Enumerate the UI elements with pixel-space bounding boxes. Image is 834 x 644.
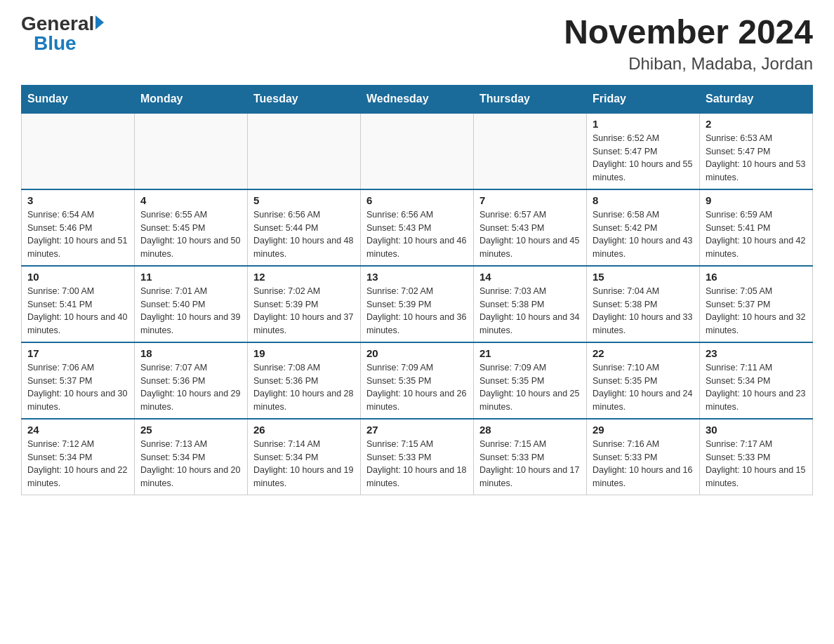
day-number: 2 bbox=[706, 118, 807, 130]
table-row: 6Sunrise: 6:56 AM Sunset: 5:43 PM Daylig… bbox=[361, 189, 474, 266]
day-info: Sunrise: 6:59 AM Sunset: 5:41 PM Dayligh… bbox=[706, 208, 807, 261]
calendar-subtitle: Dhiban, Madaba, Jordan bbox=[564, 54, 813, 74]
table-row: 20Sunrise: 7:09 AM Sunset: 5:35 PM Dayli… bbox=[361, 342, 474, 419]
logo: General Blue bbox=[21, 14, 104, 53]
table-row bbox=[361, 113, 474, 189]
table-row: 5Sunrise: 6:56 AM Sunset: 5:44 PM Daylig… bbox=[248, 189, 361, 266]
table-row bbox=[22, 113, 135, 189]
calendar-week-row: 24Sunrise: 7:12 AM Sunset: 5:34 PM Dayli… bbox=[22, 419, 813, 495]
table-row bbox=[135, 113, 248, 189]
day-number: 19 bbox=[253, 347, 355, 359]
day-info: Sunrise: 6:54 AM Sunset: 5:46 PM Dayligh… bbox=[27, 208, 128, 261]
day-number: 26 bbox=[253, 424, 355, 436]
table-row: 25Sunrise: 7:13 AM Sunset: 5:34 PM Dayli… bbox=[135, 419, 248, 495]
day-number: 12 bbox=[253, 271, 355, 283]
day-info: Sunrise: 6:58 AM Sunset: 5:42 PM Dayligh… bbox=[593, 208, 694, 261]
day-info: Sunrise: 7:16 AM Sunset: 5:33 PM Dayligh… bbox=[593, 438, 694, 490]
table-row: 19Sunrise: 7:08 AM Sunset: 5:36 PM Dayli… bbox=[248, 342, 361, 419]
title-block: November 2024 Dhiban, Madaba, Jordan bbox=[564, 14, 813, 74]
calendar-header-row: Sunday Monday Tuesday Wednesday Thursday… bbox=[22, 85, 813, 113]
day-info: Sunrise: 7:08 AM Sunset: 5:36 PM Dayligh… bbox=[253, 361, 355, 414]
table-row: 27Sunrise: 7:15 AM Sunset: 5:33 PM Dayli… bbox=[361, 419, 474, 495]
day-number: 5 bbox=[253, 194, 355, 206]
col-monday: Monday bbox=[135, 85, 248, 113]
col-thursday: Thursday bbox=[474, 85, 587, 113]
day-info: Sunrise: 6:52 AM Sunset: 5:47 PM Dayligh… bbox=[593, 132, 694, 185]
table-row bbox=[248, 113, 361, 189]
day-info: Sunrise: 6:56 AM Sunset: 5:43 PM Dayligh… bbox=[366, 208, 468, 261]
day-number: 18 bbox=[140, 347, 241, 359]
day-number: 28 bbox=[479, 424, 581, 436]
calendar-week-row: 17Sunrise: 7:06 AM Sunset: 5:37 PM Dayli… bbox=[22, 342, 813, 419]
calendar-week-row: 3Sunrise: 6:54 AM Sunset: 5:46 PM Daylig… bbox=[22, 189, 813, 266]
day-info: Sunrise: 7:04 AM Sunset: 5:38 PM Dayligh… bbox=[593, 285, 694, 337]
day-info: Sunrise: 7:09 AM Sunset: 5:35 PM Dayligh… bbox=[366, 361, 468, 414]
day-info: Sunrise: 7:01 AM Sunset: 5:40 PM Dayligh… bbox=[140, 285, 241, 337]
day-info: Sunrise: 6:56 AM Sunset: 5:44 PM Dayligh… bbox=[253, 208, 355, 261]
day-number: 16 bbox=[706, 271, 807, 283]
calendar-week-row: 1Sunrise: 6:52 AM Sunset: 5:47 PM Daylig… bbox=[22, 113, 813, 189]
day-info: Sunrise: 7:15 AM Sunset: 5:33 PM Dayligh… bbox=[479, 438, 581, 490]
day-number: 9 bbox=[706, 194, 807, 206]
table-row: 8Sunrise: 6:58 AM Sunset: 5:42 PM Daylig… bbox=[587, 189, 700, 266]
day-number: 30 bbox=[706, 424, 807, 436]
day-number: 7 bbox=[479, 194, 581, 206]
day-number: 4 bbox=[140, 194, 241, 206]
table-row: 24Sunrise: 7:12 AM Sunset: 5:34 PM Dayli… bbox=[22, 419, 135, 495]
day-number: 29 bbox=[593, 424, 694, 436]
col-tuesday: Tuesday bbox=[248, 85, 361, 113]
day-number: 6 bbox=[366, 194, 468, 206]
table-row: 1Sunrise: 6:52 AM Sunset: 5:47 PM Daylig… bbox=[587, 113, 700, 189]
table-row: 17Sunrise: 7:06 AM Sunset: 5:37 PM Dayli… bbox=[22, 342, 135, 419]
day-info: Sunrise: 7:13 AM Sunset: 5:34 PM Dayligh… bbox=[140, 438, 241, 490]
day-info: Sunrise: 7:07 AM Sunset: 5:36 PM Dayligh… bbox=[140, 361, 241, 414]
table-row: 29Sunrise: 7:16 AM Sunset: 5:33 PM Dayli… bbox=[587, 419, 700, 495]
day-info: Sunrise: 6:55 AM Sunset: 5:45 PM Dayligh… bbox=[140, 208, 241, 261]
col-friday: Friday bbox=[587, 85, 700, 113]
day-info: Sunrise: 7:14 AM Sunset: 5:34 PM Dayligh… bbox=[253, 438, 355, 490]
day-info: Sunrise: 7:03 AM Sunset: 5:38 PM Dayligh… bbox=[479, 285, 581, 337]
day-info: Sunrise: 7:15 AM Sunset: 5:33 PM Dayligh… bbox=[366, 438, 468, 490]
day-number: 23 bbox=[706, 347, 807, 359]
table-row: 11Sunrise: 7:01 AM Sunset: 5:40 PM Dayli… bbox=[135, 266, 248, 342]
day-number: 1 bbox=[593, 118, 694, 130]
col-saturday: Saturday bbox=[700, 85, 813, 113]
day-number: 25 bbox=[140, 424, 241, 436]
day-number: 21 bbox=[479, 347, 581, 359]
day-number: 13 bbox=[366, 271, 468, 283]
table-row: 14Sunrise: 7:03 AM Sunset: 5:38 PM Dayli… bbox=[474, 266, 587, 342]
table-row: 7Sunrise: 6:57 AM Sunset: 5:43 PM Daylig… bbox=[474, 189, 587, 266]
table-row: 15Sunrise: 7:04 AM Sunset: 5:38 PM Dayli… bbox=[587, 266, 700, 342]
logo-arrow-icon bbox=[95, 15, 104, 29]
day-number: 17 bbox=[27, 347, 128, 359]
day-info: Sunrise: 7:09 AM Sunset: 5:35 PM Dayligh… bbox=[479, 361, 581, 414]
day-info: Sunrise: 7:02 AM Sunset: 5:39 PM Dayligh… bbox=[253, 285, 355, 337]
day-number: 8 bbox=[593, 194, 694, 206]
table-row: 18Sunrise: 7:07 AM Sunset: 5:36 PM Dayli… bbox=[135, 342, 248, 419]
col-wednesday: Wednesday bbox=[361, 85, 474, 113]
day-number: 27 bbox=[366, 424, 468, 436]
calendar-title: November 2024 bbox=[564, 14, 813, 51]
table-row: 13Sunrise: 7:02 AM Sunset: 5:39 PM Dayli… bbox=[361, 266, 474, 342]
day-info: Sunrise: 7:02 AM Sunset: 5:39 PM Dayligh… bbox=[366, 285, 468, 337]
table-row: 3Sunrise: 6:54 AM Sunset: 5:46 PM Daylig… bbox=[22, 189, 135, 266]
table-row: 22Sunrise: 7:10 AM Sunset: 5:35 PM Dayli… bbox=[587, 342, 700, 419]
logo-general-text: General bbox=[21, 14, 94, 34]
day-number: 10 bbox=[27, 271, 128, 283]
day-number: 22 bbox=[593, 347, 694, 359]
day-info: Sunrise: 6:57 AM Sunset: 5:43 PM Dayligh… bbox=[479, 208, 581, 261]
table-row: 23Sunrise: 7:11 AM Sunset: 5:34 PM Dayli… bbox=[700, 342, 813, 419]
table-row: 12Sunrise: 7:02 AM Sunset: 5:39 PM Dayli… bbox=[248, 266, 361, 342]
table-row: 16Sunrise: 7:05 AM Sunset: 5:37 PM Dayli… bbox=[700, 266, 813, 342]
day-info: Sunrise: 7:17 AM Sunset: 5:33 PM Dayligh… bbox=[706, 438, 807, 490]
calendar-week-row: 10Sunrise: 7:00 AM Sunset: 5:41 PM Dayli… bbox=[22, 266, 813, 342]
day-info: Sunrise: 7:00 AM Sunset: 5:41 PM Dayligh… bbox=[27, 285, 128, 337]
table-row: 28Sunrise: 7:15 AM Sunset: 5:33 PM Dayli… bbox=[474, 419, 587, 495]
table-row: 2Sunrise: 6:53 AM Sunset: 5:47 PM Daylig… bbox=[700, 113, 813, 189]
day-info: Sunrise: 7:06 AM Sunset: 5:37 PM Dayligh… bbox=[27, 361, 128, 414]
col-sunday: Sunday bbox=[22, 85, 135, 113]
day-info: Sunrise: 7:12 AM Sunset: 5:34 PM Dayligh… bbox=[27, 438, 128, 490]
day-info: Sunrise: 7:10 AM Sunset: 5:35 PM Dayligh… bbox=[593, 361, 694, 414]
logo-blue-text: Blue bbox=[34, 34, 77, 53]
day-number: 14 bbox=[479, 271, 581, 283]
